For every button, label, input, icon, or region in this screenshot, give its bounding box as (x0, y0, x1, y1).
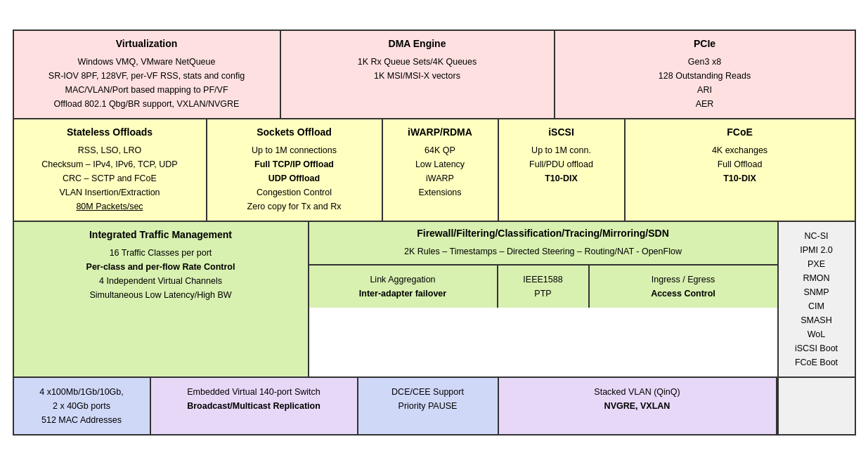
mgmt-line-5: SNMP (784, 285, 849, 299)
sk-line-4: Congestion Control (216, 185, 373, 199)
pcie-block: PCIe Gen3 x8 128 Outstanding Reads ARI A… (555, 31, 855, 118)
tm-line-2: Per-class and per-flow Rate Control (22, 260, 299, 274)
stateless-offloads-title: Stateless Offloads (22, 126, 197, 138)
pcie-line-2: 128 Outstanding Reads (564, 69, 846, 83)
iscsi-title: iSCSI (507, 126, 616, 138)
dce-line-2: Priority PAUSE (367, 399, 489, 413)
fc-line-2: Full Offload (634, 157, 846, 171)
mgmt-line-2: IPMI 2.0 (784, 243, 849, 257)
so-line-5: 80M Packets/sec (22, 199, 197, 214)
vs-content: Embedded Virtual 140-port Switch Broadca… (160, 385, 349, 413)
row3-bottom: Link Aggregation Inter-adapter failover … (309, 266, 777, 308)
mgmt-line-6: CIM (784, 299, 849, 313)
dce-cee-block: DCE/CEE Support Priority PAUSE (358, 378, 499, 434)
mgmt-line-3: PXE (784, 257, 849, 271)
dce-line-1: DCE/CEE Support (367, 385, 489, 399)
dma-line-2: 1K MSI/MSI-X vectors (290, 69, 545, 83)
traffic-mgmt-title: Integrated Traffic Management (22, 229, 299, 240)
fcoe-content: 4K exchanges Full Offload T10-DIX (634, 143, 846, 185)
mgmt-line-7: SMASH (784, 313, 849, 327)
vs-line-1: Embedded Virtual 140-port Switch (160, 385, 349, 399)
mgmt-line-9: iSCSI Boot (784, 341, 849, 355)
pcie-title: PCIe (564, 38, 846, 49)
traffic-mgmt-content: 16 Traffic Classes per port Per-class an… (22, 246, 299, 302)
virt-line-3: MAC/VLAN/Port based mapping to PF/VF (22, 83, 271, 97)
ie-line-2: Access Control (598, 287, 769, 301)
sk-line-5: Zero copy for Tx and Rx (216, 199, 373, 214)
so-line-3: CRC – SCTP and FCoE (22, 171, 197, 185)
iwarp-rdma-title: iWARP/RDMA (391, 126, 489, 138)
ieee-line-1: IEEE1588 (507, 273, 580, 287)
is-line-1: Up to 1M conn. (507, 143, 616, 157)
firewall-subtitle: 2K Rules – Timestamps – Directed Steerin… (318, 244, 769, 258)
link-aggregation-block: Link Aggregation Inter-adapter failover (309, 266, 498, 308)
firewall-title: Firewall/Filtering/Classification/Tracin… (318, 228, 769, 239)
pcie-line-1: Gen3 x8 (564, 55, 846, 69)
fcoe-title: FCoE (634, 126, 846, 138)
ieee-content: IEEE1588 PTP (507, 273, 580, 301)
row1: Virtualization Windows VMQ, VMware NetQu… (14, 31, 855, 119)
ports-line-2: 2 x 40Gb ports (22, 399, 141, 413)
management-side-block: NC-SI IPMI 2.0 PXE RMON SNMP CIM SMASH W… (777, 222, 855, 376)
virt-line-1: Windows VMQ, VMware NetQueue (22, 55, 271, 69)
firewall-block: Firewall/Filtering/Classification/Tracin… (309, 222, 777, 266)
la-line-2: Inter-adapter failover (318, 287, 488, 301)
pcie-line-4: AER (564, 97, 846, 111)
stacked-vlan-block: Stacked VLAN (QinQ) NVGRE, VXLAN (499, 378, 777, 434)
virtualization-block: Virtualization Windows VMQ, VMware NetQu… (14, 31, 281, 118)
is-line-3: T10-DIX (507, 171, 616, 185)
dma-engine-content: 1K Rx Queue Sets/4K Queues 1K MSI/MSI-X … (290, 55, 545, 83)
pcie-content: Gen3 x8 128 Outstanding Reads ARI AER (564, 55, 846, 111)
ieee-line-2: PTP (507, 287, 580, 301)
iscsi-block: iSCSI Up to 1M conn. Full/PDU offload T1… (499, 119, 626, 221)
row3-right: Firewall/Filtering/Classification/Tracin… (309, 222, 777, 376)
la-line-1: Link Aggregation (318, 273, 488, 287)
pcie-line-3: ARI (564, 83, 846, 97)
virt-line-4: Offload 802.1 Qbg/BR support, VXLAN/NVGR… (22, 97, 271, 111)
fcoe-block: FCoE 4K exchanges Full Offload T10-DIX (626, 119, 855, 221)
sk-line-2: Full TCP/IP Offload (216, 157, 373, 171)
virtualization-content: Windows VMQ, VMware NetQueue SR-IOV 8PF,… (22, 55, 271, 111)
iw-line-4: Extensions (391, 185, 489, 199)
row3: Integrated Traffic Management 16 Traffic… (14, 222, 855, 378)
virtual-switch-block: Embedded Virtual 140-port Switch Broadca… (151, 378, 358, 434)
iw-line-2: Low Latency (391, 157, 489, 171)
sockets-offload-title: Sockets Offload (216, 126, 373, 138)
ingress-egress-block: Ingress / Egress Access Control (590, 266, 777, 308)
ports-block: 4 x100Mb/1Gb/10Gb, 2 x 40Gb ports 512 MA… (14, 378, 151, 434)
architecture-diagram: Virtualization Windows VMQ, VMware NetQu… (13, 30, 856, 435)
mgmt-line-4: RMON (784, 271, 849, 285)
sv-content: Stacked VLAN (QinQ) NVGRE, VXLAN (507, 385, 767, 413)
stateless-offloads-content: RSS, LSO, LRO Checksum – IPv4, IPv6, TCP… (22, 143, 197, 214)
sockets-offload-block: Sockets Offload Up to 1M connections Ful… (207, 119, 383, 221)
dma-engine-block: DMA Engine 1K Rx Queue Sets/4K Queues 1K… (281, 31, 555, 118)
ports-line-1: 4 x100Mb/1Gb/10Gb, (22, 385, 141, 399)
row2: Stateless Offloads RSS, LSO, LRO Checksu… (14, 119, 855, 222)
iwarp-rdma-content: 64K QP Low Latency iWARP Extensions (391, 143, 489, 199)
so-line-1: RSS, LSO, LRO (22, 143, 197, 157)
fc-line-1: 4K exchanges (634, 143, 846, 157)
row4-side-spacer (777, 378, 855, 434)
mgmt-line-10: FCoE Boot (784, 355, 849, 369)
fc-line-3: T10-DIX (634, 171, 846, 185)
iw-line-3: iWARP (391, 171, 489, 185)
dce-content: DCE/CEE Support Priority PAUSE (367, 385, 489, 413)
dma-line-1: 1K Rx Queue Sets/4K Queues (290, 55, 545, 69)
tm-line-4: Simultaneous Low Latency/High BW (22, 288, 299, 302)
traffic-management-block: Integrated Traffic Management 16 Traffic… (14, 222, 309, 376)
sv-line-2: NVGRE, VXLAN (507, 399, 767, 413)
vs-line-2: Broadcast/Multicast Replication (160, 399, 349, 413)
virtualization-title: Virtualization (22, 38, 271, 49)
sockets-offload-content: Up to 1M connections Full TCP/IP Offload… (216, 143, 373, 214)
iscsi-content: Up to 1M conn. Full/PDU offload T10-DIX (507, 143, 616, 185)
iw-line-1: 64K QP (391, 143, 489, 157)
mgmt-side-content: NC-SI IPMI 2.0 PXE RMON SNMP CIM SMASH W… (784, 229, 849, 369)
ports-content: 4 x100Mb/1Gb/10Gb, 2 x 40Gb ports 512 MA… (22, 385, 141, 427)
so-line-4: VLAN Insertion/Extraction (22, 185, 197, 199)
iwarp-rdma-block: iWARP/RDMA 64K QP Low Latency iWARP Exte… (383, 119, 499, 221)
ports-line-3: 512 MAC Addresses (22, 413, 141, 427)
ie-line-1: Ingress / Egress (598, 273, 769, 287)
sk-line-1: Up to 1M connections (216, 143, 373, 157)
ie-content: Ingress / Egress Access Control (598, 273, 769, 301)
sk-line-3: UDP Offload (216, 171, 373, 185)
